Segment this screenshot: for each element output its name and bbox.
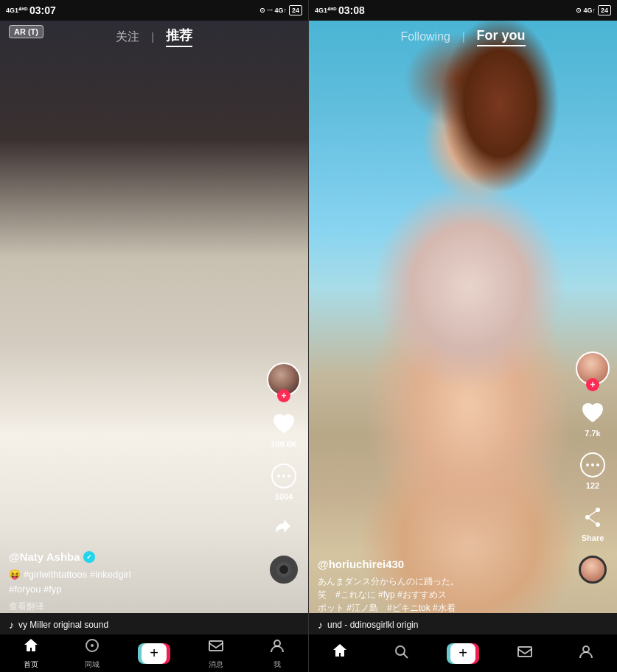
nav-following-left[interactable]: 关注 <box>116 29 139 45</box>
share-icon-left <box>270 514 298 542</box>
battery-right: 24 <box>598 5 611 15</box>
music-disc-right <box>579 556 607 584</box>
bottom-info-left: @Naty Ashba ✓ 😝 #girlwithtattoos #inkedg… <box>0 550 264 631</box>
status-icons: ⊙ ··· 4G↑ <box>259 7 287 14</box>
tab-inbox-left[interactable]: 消息 <box>185 637 247 670</box>
share-button-right[interactable]: Share <box>579 503 607 542</box>
music-note-icon-left: ♪ <box>9 619 14 631</box>
tab-home-right[interactable] <box>309 643 371 665</box>
svg-point-3 <box>274 640 280 646</box>
heart-icon-right <box>579 399 607 427</box>
status-icons-right: ⊙ 4G↑ <box>576 7 596 14</box>
tab-discover-left[interactable]: 同城 <box>62 637 124 670</box>
music-info-right: ♪ und - ddinosgirlkl origin <box>318 619 564 631</box>
music-disc-icon-left <box>270 556 298 584</box>
video-overlay-right <box>309 21 617 613</box>
music-note-icon-right: ♪ <box>318 619 323 631</box>
home-icon-right <box>332 643 348 663</box>
nav-divider-right: | <box>462 31 465 43</box>
music-disc-left <box>270 556 298 584</box>
share-icon-right <box>579 503 607 531</box>
share-button-left[interactable] <box>270 514 298 542</box>
profile-label-left: 我 <box>273 659 281 670</box>
status-bar-right: 4G1⁴ᴴᴰ 03:08 ⊙ 4G↑ 24 <box>309 0 617 21</box>
plus-button-right[interactable]: + <box>447 643 479 664</box>
discover-label-left: 同城 <box>85 659 100 670</box>
share-label-right: Share <box>582 533 604 542</box>
nav-for-you-left[interactable]: 推荐 <box>166 27 192 47</box>
comment-icon-right <box>579 451 607 479</box>
follow-button-left[interactable]: + <box>277 389 290 402</box>
nav-following-right[interactable]: Following <box>400 30 450 43</box>
search-icon-right <box>393 643 409 664</box>
caption-right: あんまダンス分からんのに踊った。 笑 #これなに #fyp #おすすめス ポット… <box>318 575 564 615</box>
comment-icon-left <box>270 462 298 490</box>
tab-create-left[interactable]: + <box>123 643 185 664</box>
emoji-left: 😝 <box>9 569 24 580</box>
top-nav-left: 关注 | 推荐 <box>0 21 308 53</box>
svg-line-8 <box>588 517 598 525</box>
left-panel: 4G1⁴ᴴᴰ 03:07 ⊙ ··· 4G↑ 24 AR (T) 关注 | 推荐… <box>0 0 308 672</box>
like-button-left[interactable]: 109.6K <box>270 410 298 449</box>
plus-btn-white: + <box>142 643 167 664</box>
tab-search-right[interactable] <box>371 643 433 664</box>
video-background-left <box>0 21 308 613</box>
profile-icon-right <box>578 643 594 664</box>
verified-badge-left: ✓ <box>83 551 95 563</box>
signal-text: 4G1⁴ᴴᴰ <box>6 7 27 14</box>
inbox-label-left: 消息 <box>209 659 223 670</box>
bottom-nav-right: + <box>309 634 617 672</box>
inbox-icon-left <box>208 637 224 658</box>
home-label-left: 首页 <box>24 659 38 670</box>
comment-button-right[interactable]: 122 <box>579 451 607 490</box>
creator-avatar-left[interactable]: + <box>267 363 301 396</box>
nav-for-you-right[interactable]: For you <box>477 28 526 46</box>
music-info-left: ♪ vy Miller original sound <box>9 619 255 631</box>
profile-icon-left <box>269 637 285 658</box>
status-left: 4G1⁴ᴴᴰ 03:07 <box>6 4 56 16</box>
comment-count-right: 122 <box>586 481 599 490</box>
heart-icon-left <box>270 410 298 438</box>
status-left-right: 4G1⁴ᴴᴰ 03:08 <box>315 4 365 16</box>
status-right: ⊙ ··· 4G↑ 24 <box>259 5 302 15</box>
tab-create-right[interactable]: + <box>432 643 494 664</box>
time: 03:07 <box>29 4 56 16</box>
music-scroll-left: vy Miller original sound <box>18 620 108 630</box>
tab-home-left[interactable]: 首页 <box>0 637 62 670</box>
svg-line-10 <box>404 654 408 658</box>
svg-rect-11 <box>518 647 531 657</box>
plus-button-left[interactable]: + <box>138 643 170 664</box>
three-dots-right <box>586 463 599 466</box>
follow-button-right[interactable]: + <box>586 378 599 391</box>
caption-left: 😝 #girlwithtattoos #inkedgirl#foryou #fy… <box>9 567 255 596</box>
nav-divider-left: | <box>151 31 154 43</box>
tab-profile-right[interactable] <box>555 643 617 664</box>
svg-point-9 <box>396 646 405 655</box>
status-right-right: ⊙ 4G↑ 24 <box>576 5 611 15</box>
action-buttons-left: + 109.6K 1004 <box>267 363 301 584</box>
bottom-info-right: @horiuchirei430 あんまダンス分からんのに踊った。 笑 #これなに… <box>309 558 573 631</box>
like-count-right: 7.7k <box>585 429 600 438</box>
plus-btn-white-right: + <box>450 643 475 664</box>
svg-point-1 <box>91 644 94 647</box>
svg-line-7 <box>588 510 598 517</box>
tab-profile-left[interactable]: 我 <box>246 637 308 670</box>
comment-count-left: 1004 <box>275 492 293 501</box>
username-left[interactable]: @Naty Ashba ✓ <box>9 550 255 563</box>
status-bar-left: 4G1⁴ᴴᴰ 03:07 ⊙ ··· 4G↑ 24 <box>0 0 308 21</box>
creator-avatar-right[interactable]: + <box>576 351 610 385</box>
discover-icon-left <box>84 637 100 658</box>
translate-link-left[interactable]: 查看翻译 <box>9 601 255 613</box>
battery: 24 <box>289 5 302 15</box>
tab-inbox-right[interactable] <box>494 643 556 664</box>
right-panel: 4G1⁴ᴴᴰ 03:08 ⊙ 4G↑ 24 Following | For yo… <box>309 0 617 672</box>
like-button-right[interactable]: 7.7k <box>579 399 607 438</box>
action-buttons-right: + 7.7k 122 <box>576 351 610 584</box>
music-scroll-right: und - ddinosgirlkl origin <box>327 620 418 630</box>
svg-rect-2 <box>209 641 223 651</box>
top-nav-right: Following | For you <box>309 21 617 53</box>
comment-button-left[interactable]: 1004 <box>270 462 298 501</box>
three-dots-left <box>277 475 290 477</box>
inbox-icon-right <box>517 643 533 664</box>
username-right[interactable]: @horiuchirei430 <box>318 558 564 570</box>
